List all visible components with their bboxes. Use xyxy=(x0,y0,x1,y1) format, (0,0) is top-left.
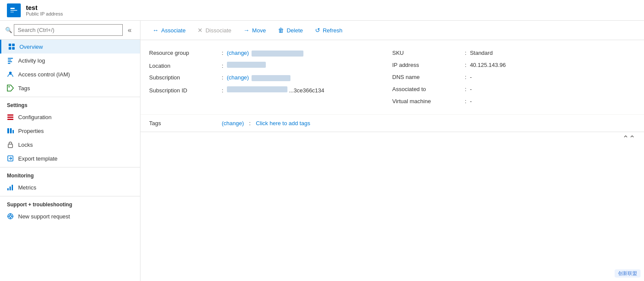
svg-rect-15 xyxy=(7,114,13,116)
subscription-id-label: Subscription ID xyxy=(149,87,218,94)
resource-group-label: Resource group xyxy=(149,50,218,56)
svg-rect-19 xyxy=(10,128,12,133)
move-button[interactable]: → Move xyxy=(238,24,271,36)
svg-rect-21 xyxy=(8,144,13,148)
svg-rect-3 xyxy=(10,12,14,13)
virtual-machine-row: Virtual machine : - xyxy=(392,95,636,107)
collapse-details-bar: ⌃⌃ xyxy=(140,132,644,145)
overview-icon xyxy=(8,43,15,50)
sidebar-item-properties[interactable]: Properties xyxy=(0,124,140,138)
sidebar-item-iam[interactable]: Access control (IAM) xyxy=(0,67,140,81)
monitoring-section-header: Monitoring xyxy=(0,167,140,180)
dns-name-value: - xyxy=(470,74,472,80)
resource-type: Public IP address xyxy=(26,11,63,16)
search-input[interactable] xyxy=(14,24,123,36)
sidebar-item-new-support[interactable]: New support request xyxy=(0,209,140,223)
svg-rect-5 xyxy=(12,44,15,46)
subscription-id-suffix: ...3ce366c134 xyxy=(289,87,325,94)
config-icon xyxy=(7,114,14,120)
search-container: 🔍 « xyxy=(0,21,140,40)
svg-rect-24 xyxy=(10,186,11,190)
resource-group-value-blurred xyxy=(252,51,303,57)
tags-change[interactable]: (change) xyxy=(222,120,244,126)
search-icon: 🔍 xyxy=(5,27,12,33)
svg-rect-20 xyxy=(13,130,14,133)
iam-icon xyxy=(7,71,14,78)
subscription-id-row: Subscription ID : ...3ce366c134 xyxy=(149,84,392,96)
svg-rect-25 xyxy=(12,185,13,190)
dns-name-label: DNS name xyxy=(392,74,462,80)
move-icon: → xyxy=(243,27,249,34)
associated-to-row: Associated to : - xyxy=(392,83,636,95)
resource-name: test xyxy=(26,4,63,11)
svg-rect-23 xyxy=(7,188,9,190)
support-icon xyxy=(7,213,14,220)
sidebar-item-locks[interactable]: Locks xyxy=(0,138,140,152)
subscription-change[interactable]: (change) xyxy=(227,74,249,81)
locks-icon xyxy=(7,141,14,148)
svg-rect-7 xyxy=(12,47,15,50)
export-icon xyxy=(7,155,14,162)
virtual-machine-label: Virtual machine xyxy=(392,98,462,104)
ip-address-value: 40.125.143.96 xyxy=(470,62,506,68)
ip-address-label: IP address xyxy=(392,62,462,68)
subscription-row: Subscription : (change) xyxy=(149,72,392,84)
virtual-machine-value: - xyxy=(470,98,472,104)
svg-rect-10 xyxy=(8,61,12,62)
delete-icon: 🗑 xyxy=(278,27,284,34)
toolbar: ↔ Associate ✕ Dissociate → Move 🗑 Delete… xyxy=(140,21,644,40)
top-header: test Public IP address xyxy=(0,0,644,21)
associate-button[interactable]: ↔ Associate xyxy=(147,24,191,36)
tags-row: Tags (change) : Click here to add tags xyxy=(140,114,644,132)
sidebar-item-tags-label: Tags xyxy=(18,85,30,92)
svg-point-12 xyxy=(9,72,12,74)
dns-name-row: DNS name : - xyxy=(392,71,636,83)
watermark: 创新联盟 xyxy=(615,269,641,278)
resource-group-row: Resource group : (change) xyxy=(149,47,392,59)
content-area: ↔ Associate ✕ Dissociate → Move 🗑 Delete… xyxy=(140,21,644,281)
sidebar-item-properties-label: Properties xyxy=(18,128,44,134)
delete-button[interactable]: 🗑 Delete xyxy=(273,24,308,36)
resource-group-change[interactable]: (change) xyxy=(227,50,249,56)
ip-address-row: IP address : 40.125.143.96 xyxy=(392,59,636,71)
svg-rect-4 xyxy=(9,44,11,46)
svg-rect-9 xyxy=(8,60,11,60)
pip-icon xyxy=(7,3,21,17)
metrics-icon xyxy=(7,184,14,191)
sidebar-item-export-template[interactable]: Export template xyxy=(0,152,140,165)
refresh-button[interactable]: ↺ Refresh xyxy=(310,24,348,36)
sku-label: SKU xyxy=(392,50,462,56)
svg-rect-1 xyxy=(10,8,15,9)
svg-marker-13 xyxy=(7,85,13,91)
tags-add-link[interactable]: Click here to add tags xyxy=(256,120,310,126)
collapse-sidebar-button[interactable]: « xyxy=(124,25,135,35)
subscription-id-prefix-blurred xyxy=(227,86,287,92)
details-left: Resource group : (change) Location : Sub… xyxy=(149,47,392,107)
sidebar-item-configuration[interactable]: Configuration xyxy=(0,110,140,124)
dissociate-icon: ✕ xyxy=(198,27,203,34)
tags-label: Tags xyxy=(149,120,218,126)
dissociate-button[interactable]: ✕ Dissociate xyxy=(192,24,236,36)
sidebar-item-activity-log[interactable]: Activity log xyxy=(0,54,140,67)
props-icon xyxy=(7,127,14,134)
associate-icon: ↔ xyxy=(153,27,159,34)
svg-rect-16 xyxy=(7,117,13,118)
subscription-label: Subscription xyxy=(149,74,218,81)
sidebar-item-iam-label: Access control (IAM) xyxy=(18,71,70,78)
collapse-details-button[interactable]: ⌃⌃ xyxy=(622,134,635,143)
location-label: Location xyxy=(149,63,218,69)
sidebar-item-overview[interactable]: Overview xyxy=(0,40,140,54)
main-layout: 🔍 « Overview Activity log Access control… xyxy=(0,21,644,281)
sidebar-item-configuration-label: Configuration xyxy=(18,114,51,120)
settings-section-header: Settings xyxy=(0,97,140,110)
sidebar: 🔍 « Overview Activity log Access control… xyxy=(0,21,140,281)
svg-rect-18 xyxy=(7,128,9,133)
sidebar-item-tags[interactable]: Tags xyxy=(0,81,140,95)
svg-rect-11 xyxy=(8,63,10,64)
sidebar-item-new-support-label: New support request xyxy=(18,213,70,220)
subscription-value-blurred xyxy=(252,75,290,81)
associated-to-value: - xyxy=(470,86,472,92)
sku-value: Standard xyxy=(470,50,493,56)
sidebar-item-metrics[interactable]: Metrics xyxy=(0,180,140,194)
sidebar-item-metrics-label: Metrics xyxy=(18,184,36,191)
